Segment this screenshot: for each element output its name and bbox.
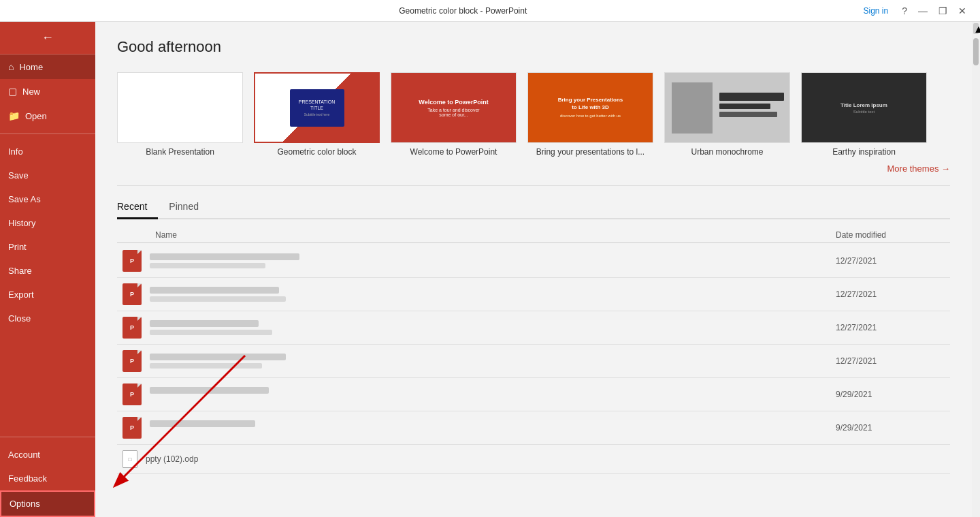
file-info	[150, 287, 836, 302]
col-header-name: Name	[122, 230, 836, 240]
template-bring-label: Bring your presentations to l...	[536, 147, 644, 157]
tab-pinned[interactable]: Pinned	[169, 197, 210, 219]
maximize-button[interactable]: ❐	[933, 4, 953, 18]
file-row[interactable]: P 12/27/2021	[117, 345, 950, 378]
titlebar-title: Geometric color block - PowerPoint	[63, 6, 864, 16]
content-area: Good afternoon Blank Presentation PRESEN…	[95, 22, 980, 517]
template-bring[interactable]: Bring your Presentationsto Life with 3D …	[527, 72, 653, 157]
file-date: 9/29/2021	[836, 390, 945, 399]
svg-rect-1	[672, 82, 713, 134]
template-urban-label: Urban monochrome	[691, 147, 763, 157]
sidebar-item-save-as-label: Save As	[8, 194, 41, 204]
template-urban[interactable]: Urban monochrome	[664, 72, 790, 157]
sidebar-item-info-label: Info	[8, 146, 23, 157]
file-sub-bar	[150, 296, 286, 302]
template-earthy-label: Earthy inspiration	[832, 147, 896, 157]
welcome-inner: Welcome to PowerPoint Take a tour and di…	[413, 93, 493, 123]
main-content: Good afternoon Blank Presentation PRESEN…	[95, 22, 972, 517]
file-row[interactable]: P 12/27/2021	[117, 311, 950, 345]
sidebar-item-save[interactable]: Save	[0, 163, 95, 187]
sidebar-item-options[interactable]: Options	[0, 490, 95, 517]
sidebar: ← ⌂ Home ▢ New 📁 Open Info Save Save As …	[0, 22, 95, 517]
tab-recent[interactable]: Recent	[117, 197, 158, 219]
sidebar-item-history[interactable]: History	[0, 211, 95, 235]
sidebar-item-home[interactable]: ⌂ Home	[0, 54, 95, 79]
template-geo-thumb: PRESENTATIONTITLE Subtitle text here	[254, 72, 380, 143]
sidebar-item-account[interactable]: Account	[0, 443, 95, 467]
sidebar-item-open-label: Open	[25, 111, 47, 121]
sidebar-item-new[interactable]: ▢ New	[0, 79, 95, 104]
sidebar-item-feedback[interactable]: Feedback	[0, 467, 95, 490]
more-themes-link[interactable]: More themes →	[887, 163, 950, 174]
sidebar-item-save-as[interactable]: Save As	[0, 187, 95, 211]
sidebar-item-close[interactable]: Close	[0, 307, 95, 330]
back-icon: ←	[42, 31, 54, 45]
sidebar-item-options-label: Options	[10, 499, 40, 509]
pptx-icon: P	[122, 283, 142, 305]
file-row[interactable]: P 12/27/2021	[117, 278, 950, 311]
file-row[interactable]: □ ppty (102).odp	[117, 445, 950, 474]
templates-row: Blank Presentation PRESENTATIONTITLE Sub…	[117, 72, 950, 157]
minimize-button[interactable]: —	[913, 4, 933, 18]
file-row[interactable]: P 12/27/2021	[117, 245, 950, 278]
geo-thumb-title: PRESENTATIONTITLE	[299, 99, 335, 111]
file-date: 9/29/2021	[836, 423, 945, 433]
home-icon: ⌂	[8, 61, 14, 72]
sidebar-item-open[interactable]: 📁 Open	[0, 104, 95, 128]
template-bring-thumb: Bring your Presentationsto Life with 3D …	[527, 72, 653, 143]
file-date: 12/27/2021	[836, 356, 945, 366]
sign-in-button[interactable]: Sign in	[864, 6, 889, 16]
svg-rect-3	[719, 104, 770, 109]
sidebar-item-info[interactable]: Info	[0, 140, 95, 163]
urban-thumb-svg	[665, 72, 789, 143]
pptx-icon: P	[122, 383, 142, 405]
col-header-date: Date modified	[836, 230, 945, 240]
sidebar-item-export[interactable]: Export	[0, 283, 95, 307]
file-row[interactable]: P 9/29/2021	[117, 411, 950, 445]
file-info	[150, 420, 836, 435]
help-button[interactable]: ?	[896, 4, 913, 18]
close-button[interactable]: ✕	[953, 4, 972, 18]
file-info	[150, 320, 836, 335]
sidebar-item-share[interactable]: Share	[0, 259, 95, 283]
template-geo[interactable]: PRESENTATIONTITLE Subtitle text here Geo…	[254, 72, 380, 157]
scrollbar-up-arrow[interactable]: ▲	[973, 23, 979, 34]
open-icon: 📁	[8, 110, 20, 121]
template-blank-thumb	[117, 72, 243, 143]
template-blank[interactable]: Blank Presentation	[117, 72, 243, 157]
sidebar-item-close-label: Close	[8, 313, 31, 324]
file-sub-bar	[150, 363, 262, 369]
back-button[interactable]: ←	[0, 22, 95, 54]
more-themes-container: More themes →	[117, 162, 950, 174]
file-name-bar	[150, 320, 259, 327]
new-icon: ▢	[8, 86, 17, 97]
file-tabs: Recent Pinned	[117, 197, 950, 219]
file-name-bar	[150, 253, 299, 260]
template-geo-label: Geometric color block	[277, 147, 356, 157]
file-date: 12/27/2021	[836, 289, 945, 299]
earthy-inner: Title Lorem Ipsum Subtitle text	[835, 97, 893, 119]
file-sub-bar	[150, 330, 272, 335]
sidebar-item-history-label: History	[8, 218, 35, 228]
sidebar-item-new-label: New	[22, 87, 40, 97]
template-blank-label: Blank Presentation	[146, 147, 214, 157]
template-welcome[interactable]: Welcome to PowerPoint Take a tour and di…	[391, 72, 517, 157]
file-date: 12/27/2021	[836, 256, 945, 266]
titlebar-controls: Sign in ? — ❐ ✕	[864, 4, 973, 18]
file-name-bar	[150, 354, 286, 360]
sidebar-item-print[interactable]: Print	[0, 235, 95, 259]
file-info	[150, 354, 836, 369]
pptx-icon: P	[122, 417, 142, 439]
scrollbar-track[interactable]: ▲	[972, 22, 980, 517]
sidebar-item-save-label: Save	[8, 170, 29, 181]
file-date: 12/27/2021	[836, 323, 945, 332]
template-urban-thumb	[664, 72, 790, 143]
scrollbar-thumb[interactable]	[973, 38, 979, 65]
file-row[interactable]: P 9/29/2021	[117, 378, 950, 411]
file-list: P 12/27/2021 P 12/27/2021	[117, 245, 950, 474]
template-welcome-label: Welcome to PowerPoint	[410, 147, 497, 157]
template-earthy[interactable]: Title Lorem Ipsum Subtitle text Earthy i…	[801, 72, 927, 157]
sidebar-item-feedback-label: Feedback	[8, 473, 47, 484]
file-info	[150, 253, 836, 268]
sidebar-item-export-label: Export	[8, 289, 34, 300]
